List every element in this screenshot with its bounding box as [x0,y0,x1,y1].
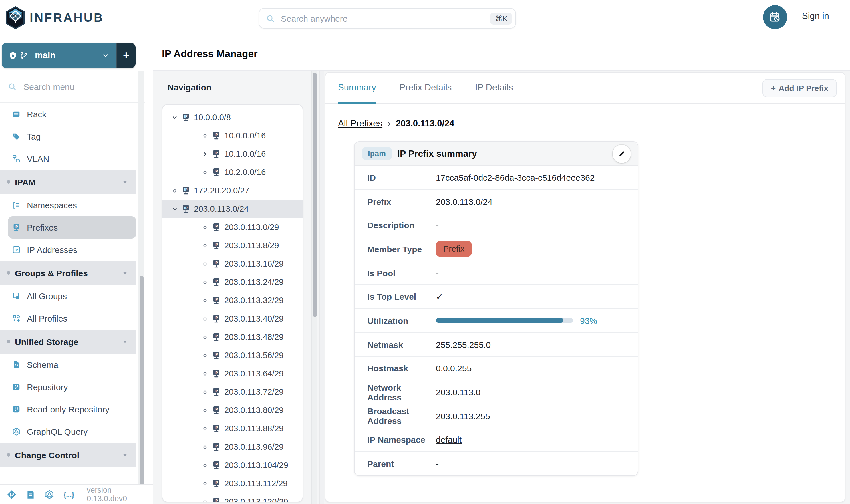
chevron-down-icon[interactable] [171,206,178,212]
add-branch-button[interactable]: + [116,43,135,68]
sidebar-item-tag[interactable]: Tag [0,125,145,148]
tree-item-203-0-113-16-29[interactable]: 203.0.113.16/29 [162,255,303,273]
sidebar-section-unified-storage[interactable]: Unified Storage [0,329,136,354]
tree-item-203-0-113-96-29[interactable]: 203.0.113.96/29 [162,438,303,456]
ip-prefix-icon [181,204,191,213]
sidebar-section-change-control[interactable]: Change Control [0,443,136,467]
time-travel-button[interactable] [763,5,787,29]
leaf-dot-icon [202,407,208,413]
edit-button[interactable] [613,145,631,163]
tree-item-203-0-113-32-29[interactable]: 203.0.113.32/29 [162,291,303,309]
field-value: 0.0.0.255 [436,363,472,373]
namespace-icon [12,201,21,210]
breadcrumb-separator: › [387,119,391,129]
branch-select-button[interactable]: main [2,43,116,68]
sidebar-item-prefixes[interactable]: Prefixes [8,216,136,238]
tree-item-203-0-113-88-29[interactable]: 203.0.113.88/29 [162,419,303,438]
sidebar-item-vlan[interactable]: VLAN [0,148,145,170]
ip-prefix-icon [212,497,221,502]
logo[interactable]: INFRAHUB [5,6,104,29]
tabs: SummaryPrefix DetailsIP Details [338,83,536,92]
chevron-right-icon[interactable] [202,151,208,157]
repository-icon [12,383,21,391]
sidebar-section-groups-profiles[interactable]: Groups & Profiles [0,261,136,285]
breadcrumb-current: 203.0.113.0/24 [396,119,454,129]
sidebar-scrollbar-thumb[interactable] [139,276,143,501]
sidebar-item-graphql-query[interactable]: GraphQL Query [0,420,145,443]
sidebar-item-namespaces[interactable]: Namespaces [0,194,145,216]
sidebar-item-read-only-repository[interactable]: Read-only Repository [0,398,145,420]
tree-item-203-0-113-8-29[interactable]: 203.0.113.8/29 [162,236,303,255]
tree-item-label: 10.0.0.0/16 [224,131,266,140]
tab-ip-details[interactable]: IP Details [475,73,513,104]
tree-item-172-20-20-0-27[interactable]: 172.20.20.0/27 [162,181,303,200]
braces-icon[interactable]: {...} [64,490,74,499]
tree-item-203-0-113-80-29[interactable]: 203.0.113.80/29 [162,401,303,419]
sidebar-search-input[interactable] [22,81,131,92]
add-ip-prefix-button[interactable]: + Add IP Prefix [762,79,837,97]
tree-scrollbar[interactable] [311,71,318,504]
tree-scrollbar-thumb[interactable] [313,73,317,317]
summary-row-netmask: Netmask255.255.255.0 [355,332,638,356]
sidebar-section-ipam[interactable]: IPAM [0,170,136,194]
ip-prefix-icon [212,332,221,342]
sidebar-item-schema[interactable]: Schema [0,354,145,376]
document-icon[interactable] [26,489,35,499]
tree-item-203-0-113-72-29[interactable]: 203.0.113.72/29 [162,383,303,401]
git-branch-icon[interactable] [7,489,17,499]
tree-item-label: 203.0.113.88/29 [224,424,284,433]
tree-item-203-0-113-120-29[interactable]: 203.0.113.120/29 [162,492,303,502]
sidebar-item-rack[interactable]: Rack [0,103,145,125]
ip-prefix-icon [212,406,221,415]
chevron-down-icon[interactable] [171,114,178,121]
tree-item-10-2-0-0-16[interactable]: 10.2.0.0/16 [162,163,303,181]
sidebar-section-label: Unified Storage [15,337,78,346]
tree-item-203-0-113-0-29[interactable]: 203.0.113.0/29 [162,218,303,236]
tree-item-203-0-113-64-29[interactable]: 203.0.113.64/29 [162,364,303,383]
sidebar-item-repository[interactable]: Repository [0,376,145,398]
ip-prefix-icon [212,424,221,433]
sidebar-item-all-groups[interactable]: All Groups [0,285,145,307]
leaf-dot-icon [202,297,208,304]
field-value-link[interactable]: default [436,435,462,445]
sidebar-item-label: Read-only Repository [27,404,110,414]
summary-card-title: IP Prefix summary [397,148,477,159]
ip-prefix-icon [212,387,221,396]
ip-prefix-icon [212,131,221,140]
tree-item-10-0-0-0-8[interactable]: 10.0.0.0/8 [162,108,303,126]
tree-item-10-1-0-0-16[interactable]: 10.1.0.0/16 [162,145,303,163]
sidebar-item-ip-addresses[interactable]: IP Addresses [0,238,145,261]
ip-prefix-icon [212,461,221,470]
tab-prefix-details[interactable]: Prefix Details [400,73,452,104]
main-scrollbar[interactable] [319,71,324,504]
tab-summary[interactable]: Summary [338,73,376,104]
field-label: Is Top Level [367,292,436,302]
field-label: Parent [367,459,436,469]
leaf-dot-icon [202,242,208,249]
triangle-down-icon [122,270,128,276]
graphql-icon[interactable] [44,489,54,499]
tree-item-label: 172.20.20.0/27 [194,186,249,195]
tree-item-203-0-113-24-29[interactable]: 203.0.113.24/29 [162,273,303,291]
sign-in-link[interactable]: Sign in [802,11,829,21]
summary-row-prefix: Prefix203.0.113.0/24 [355,189,638,213]
tree-item-203-0-113-112-29[interactable]: 203.0.113.112/29 [162,474,303,492]
global-search-input[interactable] [280,13,490,24]
triangle-down-icon [122,179,128,185]
infrahub-app: INFRAHUB main + RackTagVLANIPAMNamespace… [0,0,850,504]
tree-item-10-0-0-0-16[interactable]: 10.0.0.0/16 [162,126,303,145]
tree-item-203-0-113-40-29[interactable]: 203.0.113.40/29 [162,309,303,328]
breadcrumb-all-prefixes-link[interactable]: All Prefixes [338,119,382,129]
tree-item-203-0-113-56-29[interactable]: 203.0.113.56/29 [162,346,303,364]
tree-item-203-0-113-104-29[interactable]: 203.0.113.104/29 [162,456,303,474]
chevron-down-icon [102,52,109,59]
ip-prefix-icon [212,479,221,488]
branch-name: main [35,50,55,61]
tree-item-203-0-113-0-24[interactable]: 203.0.113.0/24 [162,200,303,218]
sidebar-item-all-profiles[interactable]: All Profiles [0,307,145,329]
member-type-badge: Prefix [436,241,472,257]
schema-icon [12,360,21,369]
tree-item-203-0-113-48-29[interactable]: 203.0.113.48/29 [162,328,303,346]
summary-row-is-top-level: Is Top Level✓ [355,285,638,308]
sidebar-scrollbar[interactable] [138,71,144,504]
